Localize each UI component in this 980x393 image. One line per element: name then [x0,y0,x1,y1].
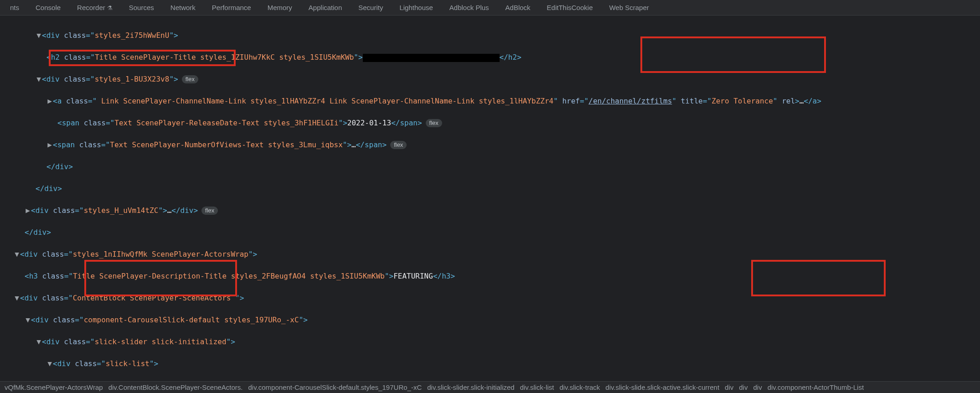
class-value: Text ScenePlayer-NumberOfViews-Text styl… [110,140,343,149]
class-value: Title ScenePlayer-Title styles_1ZIUhw7Kk… [95,53,354,62]
tab-editthiscookie[interactable]: EditThisCookie [539,0,601,16]
ellipsis: … [799,97,804,105]
release-date-text: 2022-01-13 [347,119,391,127]
flex-badge[interactable]: flex [390,141,407,149]
crumb[interactable]: div [736,383,750,391]
tab-recorder-label: Recorder [77,4,105,11]
crumb[interactable]: div [722,383,736,391]
class-value: styles_H_uVm14tZC [84,206,159,215]
crumb[interactable]: div.slick-slider.slick-initialized [424,383,517,391]
tab-recorder[interactable]: Recorder⚗ [69,0,121,16]
crumb[interactable]: div.slick-list [517,383,557,391]
tab-webscraper[interactable]: Web Scraper [601,0,657,16]
tab-lighthouse[interactable]: Lighthouse [391,0,441,16]
elements-dom-tree[interactable]: ▼<div class="styles_2i75hWwEnU"> <h2 cla… [0,16,980,393]
collapse-icon[interactable]: ▶ [46,140,53,150]
tab-elements[interactable]: nts [2,0,27,16]
class-value: Text ScenePlayer-ReleaseDate-Text styles… [114,119,338,127]
tab-network[interactable]: Network [162,0,204,16]
tab-security[interactable]: Security [350,0,391,16]
tab-performance[interactable]: Performance [204,0,259,16]
collapse-icon[interactable]: ▶ [25,205,31,216]
crumb[interactable]: div [750,383,764,391]
expand-icon[interactable]: ▼ [14,293,20,304]
crumb-selected[interactable]: div.component-ActorThumb-List [765,383,867,391]
flask-icon: ⚗ [107,5,113,11]
expand-icon[interactable]: ▼ [36,336,42,347]
flex-badge[interactable]: flex [201,207,218,215]
href-link[interactable]: /en/channel/ztfilms [588,97,672,105]
flex-badge[interactable]: flex [182,75,198,83]
title-value: Zero Tolerance [712,97,773,105]
flex-badge[interactable]: flex [426,119,442,127]
class-value: component-CarouselSlick-default styles_1… [84,315,299,324]
class-value: ContentBlock ScenePlayer-SceneActors [73,294,235,302]
class-value: slick-list [106,359,150,368]
class-value: styles_1nIIhwQfMk ScenePlayer-ActorsWrap [73,250,248,259]
redacted-text [363,54,500,62]
tab-application[interactable]: Application [300,0,350,16]
expand-icon[interactable]: ▼ [14,249,20,260]
expand-icon[interactable]: ▼ [36,74,42,85]
crumb[interactable]: vQfMk.ScenePlayer-ActorsWrap [2,383,106,391]
featuring-heading: FEATURING [393,272,433,280]
tab-adblock[interactable]: AdBlock [497,0,539,16]
crumb[interactable]: div.slick-slide.slick-active.slick-curre… [603,383,722,391]
crumb[interactable]: div.slick-track [557,383,603,391]
tab-memory[interactable]: Memory [259,0,300,16]
expand-icon[interactable]: ▼ [25,315,31,326]
dom-breadcrumbs[interactable]: vQfMk.ScenePlayer-ActorsWrap div.Content… [0,381,980,393]
tab-adblockplus[interactable]: Adblock Plus [441,0,497,16]
crumb[interactable]: div.component-CarouselSlick-default.styl… [246,383,425,391]
class-value: styles_1-BU3X23v8 [95,75,170,83]
class-value: Title ScenePlayer-Description-Title styl… [73,272,385,280]
class-value: styles_2i75hWwEnU [95,31,170,40]
expand-icon[interactable]: ▼ [46,358,53,369]
tab-console[interactable]: Console [27,0,69,16]
devtools-tabbar: nts Console Recorder⚗ Sources Network Pe… [0,0,980,16]
tab-sources[interactable]: Sources [121,0,162,16]
class-value: slick-slider slick-initialized [95,337,227,346]
crumb[interactable]: div.ContentBlock.ScenePlayer-SceneActors… [106,383,246,391]
class-value: Link ScenePlayer-ChannelName-Link styles… [97,97,553,105]
expand-icon[interactable]: ▼ [36,30,42,41]
collapse-icon[interactable]: ▶ [46,96,53,107]
ellipsis: … [351,140,356,149]
ellipsis: … [167,206,172,215]
